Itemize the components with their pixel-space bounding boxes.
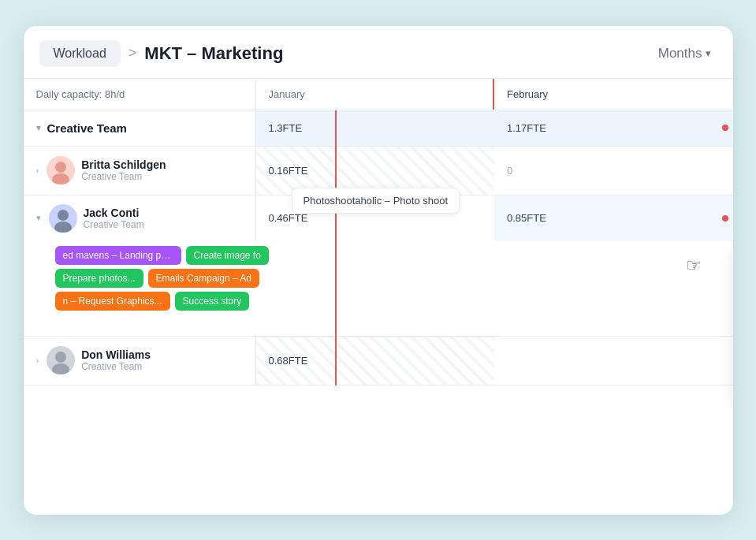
person-info-jack[interactable]: ▾ Jack Conti Creative Team — [24, 196, 256, 241]
overallocation-dot — [722, 125, 728, 131]
person-team-don: Creative Team — [81, 361, 151, 372]
person-name-don: Don Williams — [81, 348, 151, 361]
person-row-don: › Don Williams Creative Team 0.68FTE — [24, 337, 733, 385]
creative-team-feb-fte: 1.17FTE — [494, 110, 733, 146]
task-pill-landing[interactable]: ed mavens – Landing page — [55, 246, 181, 265]
britta-feb-fte: 0 — [494, 147, 733, 195]
don-feb-fte — [494, 337, 733, 385]
task-pill-request[interactable]: n – Request Graphics... — [55, 292, 170, 311]
current-date-line — [335, 110, 337, 385]
person-info-don[interactable]: › Don Williams Creative Team — [24, 337, 256, 385]
task-pill-prepare[interactable]: Prepare photos... — [55, 269, 143, 288]
task-pill-emails[interactable]: Emails Campaign – Ad — [148, 269, 259, 288]
breadcrumb-arrow: > — [128, 45, 137, 61]
person-details-don: Don Williams Creative Team — [81, 348, 151, 372]
january-header: January — [256, 79, 495, 110]
creative-team-label: Creative Team — [47, 121, 127, 135]
jack-feb-fte: 0.85FTE — [494, 196, 733, 241]
chevron-right-icon: › — [36, 166, 39, 175]
person-team-britta: Creative Team — [81, 171, 166, 182]
person-team-jack: Creative Team — [84, 219, 144, 230]
avatar-britta — [47, 156, 75, 184]
jack-expanded-section: ▾ Jack Conti Creative Team 0.46FTE 0.85F… — [24, 196, 733, 337]
chevron-right-icon-don: › — [36, 356, 39, 365]
group-row-creative-team: ▾ Creative Team 1.3FTE 1.17FTE — [24, 110, 733, 147]
main-card: Workload > MKT – Marketing Months ▾ Dail… — [24, 26, 733, 515]
don-jan-fte: 0.68FTE — [256, 337, 495, 385]
svg-point-0 — [55, 162, 66, 173]
person-info-britta[interactable]: › Britta Schildgen Creative Team — [24, 147, 256, 195]
person-name-britta: Britta Schildgen — [81, 158, 166, 171]
chevron-down-icon-jack: ▾ — [36, 213, 41, 223]
header: Workload > MKT – Marketing Months ▾ — [24, 26, 733, 79]
svg-point-4 — [55, 352, 66, 363]
task-pill-success[interactable]: Success story — [175, 292, 250, 311]
group-label-creative-team[interactable]: ▾ Creative Team — [24, 110, 256, 146]
header-left: Workload > MKT – Marketing — [39, 40, 284, 67]
task-tooltip: Photoshootaholic – Photo shoot — [292, 188, 460, 214]
workload-button[interactable]: Workload — [39, 40, 121, 67]
capacity-header: Daily capacity: 8h/d — [24, 79, 256, 110]
task-row-1: ed mavens – Landing page Create image fo — [55, 246, 733, 265]
chevron-down-icon: ▾ — [706, 47, 711, 59]
svg-point-3 — [54, 222, 72, 233]
page-title: MKT – Marketing — [144, 43, 283, 64]
creative-team-jan-fte: 1.3FTE — [256, 110, 495, 146]
cursor-hand-icon: ☞ — [686, 255, 702, 276]
months-dropdown[interactable]: Months ▾ — [658, 46, 711, 61]
svg-point-5 — [52, 363, 69, 374]
task-row-3: n – Request Graphics... Success story — [55, 292, 733, 311]
avatar-don — [47, 346, 75, 374]
person-details-britta: Britta Schildgen Creative Team — [81, 158, 166, 182]
table-body: ▾ Creative Team 1.3FTE 1.17FTE › Br — [24, 110, 733, 385]
col-headers: Daily capacity: 8h/d January February — [24, 79, 733, 110]
svg-point-1 — [52, 173, 69, 184]
person-details-jack: Jack Conti Creative Team — [84, 207, 144, 230]
person-name-jack: Jack Conti — [84, 207, 144, 219]
february-header: February — [494, 79, 733, 110]
jack-overallocation-dot — [722, 215, 728, 222]
jack-tasks: ed mavens – Landing page Create image fo… — [24, 241, 733, 336]
months-label: Months — [658, 46, 702, 61]
task-pill-create-image[interactable]: Create image fo — [186, 246, 269, 265]
svg-point-2 — [58, 210, 69, 221]
avatar-jack — [49, 204, 77, 233]
task-row-2: Prepare photos... Emails Campaign – Ad — [55, 269, 733, 288]
chevron-down-icon: ▾ — [36, 123, 41, 133]
